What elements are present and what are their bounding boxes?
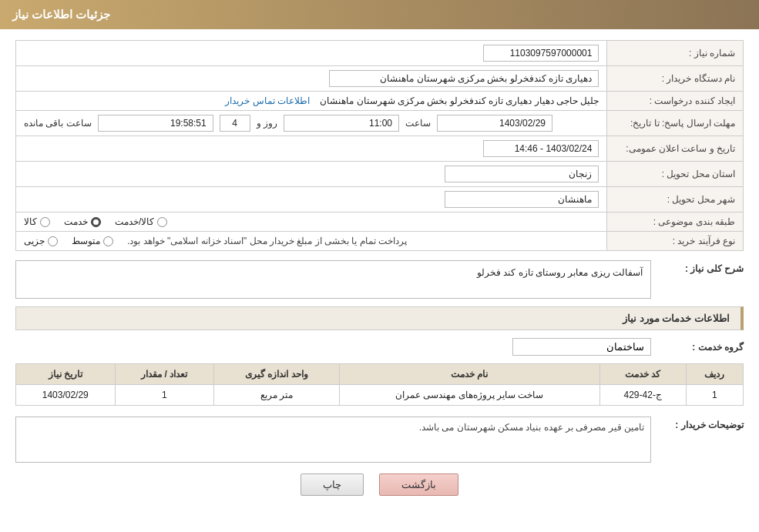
response-date-box: 1403/02/29 bbox=[437, 115, 552, 132]
need-description-box: آسفالت ریزی معابر روستای تازه کند فخرلو bbox=[15, 260, 651, 299]
creator-label: ایجاد کننده درخواست : bbox=[607, 92, 744, 111]
need-number-row: شماره نیاز : 1103097597000001 bbox=[16, 41, 744, 66]
service-group-label: گروه خدمت : bbox=[659, 342, 744, 353]
announce-value: 1403/02/24 - 14:46 bbox=[16, 136, 607, 162]
cell-unit: متر مربع bbox=[213, 385, 339, 406]
col-service-code: کد خدمت bbox=[599, 364, 686, 385]
purchase-type-partial[interactable]: جزیی bbox=[24, 236, 58, 246]
announce-label: تاریخ و ساعت اعلان عمومی: bbox=[607, 136, 744, 162]
cell-quantity: 1 bbox=[115, 385, 213, 406]
category-label: طبقه بندی موضوعی : bbox=[607, 212, 744, 232]
category-kala[interactable]: کالا bbox=[24, 216, 50, 227]
category-kala-label: کالا bbox=[24, 216, 37, 227]
buyer-org-label: نام دستگاه خریدار : bbox=[607, 66, 744, 92]
buyer-org-value: دهیاری تازه کندفخرلو بخش مرکزی شهرستان م… bbox=[16, 66, 607, 92]
buyer-org-row: نام دستگاه خریدار : دهیاری تازه کندفخرلو… bbox=[16, 66, 744, 92]
services-section-title: اطلاعات خدمات مورد نیاز bbox=[15, 306, 744, 330]
cell-row_num: 1 bbox=[686, 385, 744, 406]
col-date: تاریخ نیاز bbox=[16, 364, 116, 385]
city-box: ماهنشان bbox=[445, 191, 599, 208]
cell-date: 1403/02/29 bbox=[16, 385, 116, 406]
province-value: زنجان bbox=[16, 162, 607, 187]
response-deadline-value: 1403/02/29 ساعت 11:00 روز و 4 19:58:51 س… bbox=[16, 111, 607, 136]
category-khedmat-label: خدمت bbox=[64, 216, 88, 227]
need-description-wrapper: آسفالت ریزی معابر روستای تازه کند فخرلو bbox=[15, 260, 651, 299]
city-label: شهر محل تحویل : bbox=[607, 187, 744, 212]
creator-text: جلیل حاجی دهیار دهیاری تازه کندفخرلو بخش… bbox=[320, 95, 599, 106]
buyer-notes-label: توضیحات خریدار : bbox=[659, 417, 744, 430]
need-description-label: شرح کلی نیاز : bbox=[659, 260, 744, 274]
response-days-box: 4 bbox=[220, 115, 250, 132]
category-khedmat[interactable]: خدمت bbox=[64, 216, 101, 227]
contact-link[interactable]: اطلاعات تماس خریدار bbox=[225, 95, 310, 106]
purchase-type-value: پرداخت تمام یا بخشی از مبلغ خریدار محل "… bbox=[16, 232, 607, 251]
need-number-box: 1103097597000001 bbox=[483, 45, 599, 62]
category-row: طبقه بندی موضوعی : کالا/خدمت خدمت bbox=[16, 212, 744, 232]
purchase-type-medium[interactable]: متوسط bbox=[72, 236, 113, 246]
creator-value: جلیل حاجی دهیار دهیاری تازه کندفخرلو بخش… bbox=[16, 92, 607, 111]
response-deadline-row: مهلت ارسال پاسخ: تا تاریخ: 1403/02/29 سا… bbox=[16, 111, 744, 136]
category-kala-radio bbox=[40, 217, 50, 227]
response-deadline-label: مهلت ارسال پاسخ: تا تاریخ: bbox=[607, 111, 744, 136]
buyer-notes-box: تامین قیر مصرفی بر عهده بنیاد مسکن شهرست… bbox=[15, 417, 651, 463]
buttons-row: بازگشت چاپ bbox=[15, 473, 744, 496]
back-button[interactable]: بازگشت bbox=[379, 473, 458, 496]
buyer-org-box: دهیاری تازه کندفخرلو بخش مرکزی شهرستان م… bbox=[329, 70, 599, 87]
need-number-label: شماره نیاز : bbox=[607, 41, 744, 66]
cell-service_name: ساخت سایر پروژه‌های مهندسی عمران bbox=[339, 385, 599, 406]
service-group-value-wrapper: ساختمان bbox=[15, 338, 651, 356]
service-group-box: ساختمان bbox=[512, 338, 651, 356]
purchase-type-medium-label: متوسط bbox=[72, 236, 100, 246]
table-header-row: ردیف کد خدمت نام خدمت واحد اندازه گیری ت… bbox=[16, 364, 744, 385]
col-service-name: نام خدمت bbox=[339, 364, 599, 385]
need-description-section: شرح کلی نیاز : آسفالت ریزی معابر روستای … bbox=[15, 260, 744, 299]
announce-box: 1403/02/24 - 14:46 bbox=[483, 140, 599, 157]
response-days-label: روز و bbox=[257, 118, 277, 129]
response-remaining-time-box: 19:58:51 bbox=[98, 115, 213, 132]
province-box: زنجان bbox=[445, 166, 599, 182]
col-row-num: ردیف bbox=[686, 364, 744, 385]
services-table-body: 1ج-42-429ساخت سایر پروژه‌های مهندسی عمرا… bbox=[16, 385, 744, 406]
main-info-table: شماره نیاز : 1103097597000001 نام دستگاه… bbox=[15, 40, 744, 251]
page-title: جزئیات اطلاعات نیاز bbox=[12, 8, 110, 21]
purchase-type-note: پرداخت تمام یا بخشی از مبلغ خریدار محل "… bbox=[127, 236, 407, 246]
announce-row: تاریخ و ساعت اعلان عمومی: 1403/02/24 - 1… bbox=[16, 136, 744, 162]
buyer-notes-wrapper: تامین قیر مصرفی بر عهده بنیاد مسکن شهرست… bbox=[15, 417, 651, 463]
response-time-label: ساعت bbox=[405, 118, 431, 129]
col-unit: واحد اندازه گیری bbox=[213, 364, 339, 385]
response-time-box: 11:00 bbox=[284, 115, 399, 132]
table-row: 1ج-42-429ساخت سایر پروژه‌های مهندسی عمرا… bbox=[16, 385, 744, 406]
province-label: استان محل تحویل : bbox=[607, 162, 744, 187]
service-group-row: گروه خدمت : ساختمان bbox=[15, 338, 744, 356]
purchase-type-partial-radio bbox=[48, 236, 58, 246]
city-row: شهر محل تحویل : ماهنشان bbox=[16, 187, 744, 212]
category-khedmat-radio bbox=[91, 217, 101, 227]
response-remaining-label: ساعت باقی مانده bbox=[24, 118, 92, 129]
creator-row: ایجاد کننده درخواست : جلیل حاجی دهیار ده… bbox=[16, 92, 744, 111]
services-table-section: ردیف کد خدمت نام خدمت واحد اندازه گیری ت… bbox=[15, 363, 744, 406]
cell-service_code: ج-42-429 bbox=[599, 385, 686, 406]
col-quantity: تعداد / مقدار bbox=[115, 364, 213, 385]
need-number-value: 1103097597000001 bbox=[16, 41, 607, 66]
category-value: کالا/خدمت خدمت کالا bbox=[16, 212, 607, 232]
category-kala-khedmat-radio bbox=[157, 217, 167, 227]
purchase-type-partial-label: جزیی bbox=[24, 236, 45, 246]
purchase-type-medium-radio bbox=[103, 236, 113, 246]
category-kala-khedmat-label: کالا/خدمت bbox=[115, 216, 154, 227]
category-kala-khedmat[interactable]: کالا/خدمت bbox=[115, 216, 167, 227]
purchase-type-row: نوع فرآیند خرید : پرداخت تمام یا بخشی از… bbox=[16, 232, 744, 251]
services-table: ردیف کد خدمت نام خدمت واحد اندازه گیری ت… bbox=[15, 363, 744, 406]
province-row: استان محل تحویل : زنجان bbox=[16, 162, 744, 187]
page-header: جزئیات اطلاعات نیاز bbox=[0, 0, 759, 29]
buyer-notes-section: توضیحات خریدار : تامین قیر مصرفی بر عهده… bbox=[15, 417, 744, 463]
city-value: ماهنشان bbox=[16, 187, 607, 212]
purchase-type-label: نوع فرآیند خرید : bbox=[607, 232, 744, 251]
print-button[interactable]: چاپ bbox=[301, 473, 364, 496]
